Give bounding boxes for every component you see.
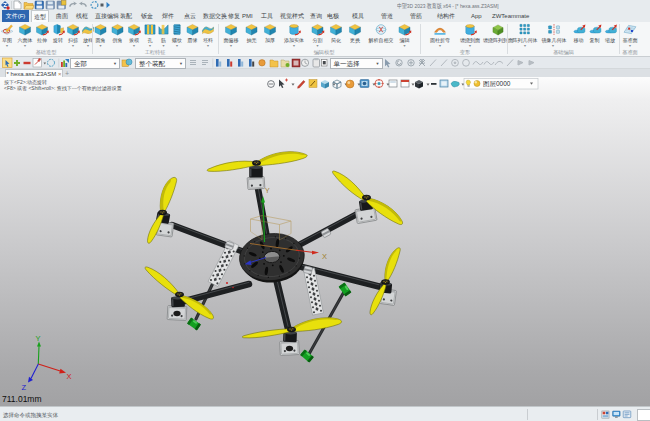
svg-text:X: X [67, 372, 72, 381]
svg-text:Y: Y [36, 334, 41, 343]
svg-text:Y: Y [265, 187, 270, 194]
svg-text:X: X [322, 252, 327, 261]
svg-text:Z: Z [22, 383, 27, 392]
